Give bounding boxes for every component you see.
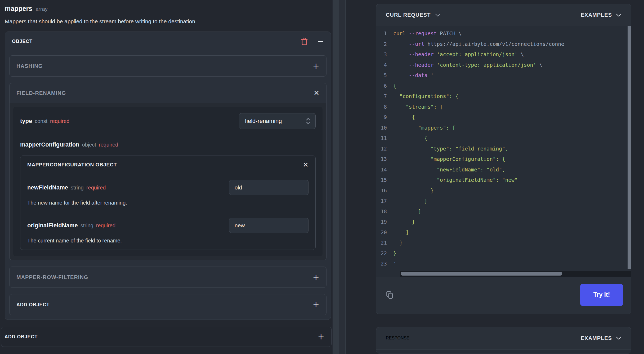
code-line: 4 --header 'content-type: application/js…	[376, 60, 631, 70]
hashing-section[interactable]: HASHING +	[9, 55, 327, 77]
mapper-configuration-label: mapperConfiguration object required	[20, 141, 316, 148]
line-content: "mappers": [	[393, 123, 631, 133]
code-line: 10 "mappers": [	[376, 123, 631, 133]
new-field-name-description: The new name for the field after renamin…	[27, 200, 308, 206]
curl-panel-footer: Try It!	[376, 277, 631, 314]
request-column: CURL REQUEST EXAMPLES 1curl --request PA…	[376, 0, 644, 354]
code-line: 16 }	[376, 185, 631, 196]
plus-icon: +	[313, 301, 319, 309]
add-object-inner-label: ADD OBJECT	[16, 302, 50, 308]
curl-examples-label: EXAMPLES	[581, 12, 612, 18]
code-line: 13 "mapperConfiguration": {	[376, 154, 631, 165]
line-content: "originalFieldName": "new"	[393, 175, 631, 185]
new-field-name-input[interactable]	[229, 180, 308, 195]
line-number: 19	[376, 217, 393, 227]
close-icon: ✕	[303, 161, 308, 168]
line-content: }	[393, 196, 631, 206]
original-field-name-kind: string	[80, 223, 93, 229]
add-object-button-inner[interactable]: ADD OBJECT +	[9, 294, 327, 315]
curl-request-panel: CURL REQUEST EXAMPLES 1curl --request PA…	[376, 4, 631, 314]
new-field-name-name: newFieldName	[27, 184, 68, 191]
line-number: 11	[376, 133, 393, 144]
mappers-field-description: Mappers that should be applied to the st…	[5, 18, 332, 25]
type-select[interactable]: field-renaming	[239, 113, 316, 129]
original-field-name-row: originalFieldName string required The cu…	[20, 212, 315, 250]
line-number: 13	[376, 154, 393, 165]
left-column-scrollbar-track	[339, 0, 345, 354]
code-line: 23'	[376, 259, 631, 269]
mapper-configuration-required: required	[99, 142, 118, 148]
code-line: 8 "streams": [	[376, 102, 631, 112]
close-field-renaming-button[interactable]: ✕	[314, 90, 319, 96]
curl-code-block[interactable]: 1curl --request PATCH \2 --url https://a…	[376, 26, 631, 277]
curl-examples-button[interactable]: EXAMPLES	[581, 12, 621, 18]
code-vertical-scrollbar[interactable]	[628, 26, 631, 269]
field-renaming-title: FIELD-RENAMING	[16, 90, 66, 96]
type-select-value: field-renaming	[245, 118, 282, 125]
line-content: "streams": [	[393, 102, 631, 112]
response-examples-button[interactable]: EXAMPLES	[581, 335, 621, 341]
delete-object-button[interactable]	[300, 37, 308, 46]
curl-request-title: CURL REQUEST	[386, 12, 431, 18]
schema-form-column: mappers array Mappers that should be app…	[0, 0, 333, 354]
mapper-row-filtering-section[interactable]: MAPPER-ROW-FILTERING +	[9, 267, 327, 288]
code-line: 12 "type": "field-renaming",	[376, 144, 631, 154]
add-object-outer-label: ADD OBJECT	[5, 334, 38, 340]
line-number: 9	[376, 112, 393, 123]
try-it-button[interactable]: Try It!	[580, 284, 623, 306]
trash-icon	[300, 37, 308, 46]
object-card-header: OBJECT −	[5, 32, 331, 51]
line-number: 7	[376, 91, 393, 102]
line-content: --header 'accept: application/json' \	[393, 49, 631, 60]
code-horizontal-scrollbar-thumb[interactable]	[401, 272, 562, 276]
line-number: 4	[376, 60, 393, 70]
response-title: RESPONSE	[386, 336, 409, 340]
original-field-name-description: The current name of the field to rename.	[27, 238, 308, 244]
mappers-field-name: mappers	[5, 5, 32, 12]
curl-request-header: CURL REQUEST EXAMPLES	[376, 4, 631, 26]
code-line: 21 }	[376, 238, 631, 248]
line-number: 22	[376, 248, 393, 259]
curl-request-title-button[interactable]: CURL REQUEST	[386, 12, 441, 18]
line-number: 14	[376, 165, 393, 175]
original-field-name-input[interactable]	[229, 218, 308, 233]
code-horizontal-scrollbar-track	[400, 271, 631, 277]
close-mapper-configuration-button[interactable]: ✕	[303, 161, 308, 168]
mapper-configuration-card: MAPPERCONFIGURATION OBJECT ✕ newFieldNam…	[20, 156, 316, 250]
add-object-button-outer[interactable]: ADD OBJECT +	[1, 327, 332, 347]
code-line: 18 ]	[376, 206, 631, 217]
original-field-name-name: originalFieldName	[27, 222, 78, 229]
new-field-name-required: required	[86, 185, 106, 191]
code-line: 7 "configurations": {	[376, 91, 631, 102]
collapse-object-button[interactable]: −	[317, 37, 324, 45]
code-line: 22}	[376, 248, 631, 259]
type-field-row: type const required field-renaming	[20, 113, 316, 129]
object-card-actions: −	[300, 37, 324, 46]
code-line: 11 {	[376, 133, 631, 144]
plus-icon: +	[313, 273, 319, 281]
line-content: '	[393, 259, 631, 269]
chevron-down-icon	[616, 13, 621, 17]
line-content: {	[393, 133, 631, 144]
object-card-title: OBJECT	[12, 39, 33, 44]
mapper-configuration-name: mapperConfiguration	[20, 141, 79, 148]
line-number: 5	[376, 70, 393, 81]
line-content: }	[393, 217, 631, 227]
left-column-scrollbar-thumb[interactable]	[333, 0, 339, 354]
plus-icon: +	[318, 333, 324, 341]
code-line: 2 --url https://api.airbyte.com/v1/conne…	[376, 39, 631, 50]
line-content: --url https://api.airbyte.com/v1/connect…	[393, 39, 631, 50]
line-number: 8	[376, 102, 393, 112]
code-line: 17 }	[376, 196, 631, 206]
field-renaming-header: FIELD-RENAMING ✕	[10, 83, 326, 103]
new-field-name-row: newFieldName string required The new nam…	[20, 174, 315, 212]
line-number: 2	[376, 39, 393, 50]
line-number: 10	[376, 123, 393, 133]
line-content: ]	[393, 227, 631, 238]
line-content: ]	[393, 206, 631, 217]
copy-code-button[interactable]	[385, 290, 395, 300]
type-field-name: type	[20, 118, 32, 125]
code-line: 1curl --request PATCH \	[376, 28, 631, 39]
mapper-configuration-kind: object	[82, 142, 96, 148]
line-number: 12	[376, 144, 393, 154]
